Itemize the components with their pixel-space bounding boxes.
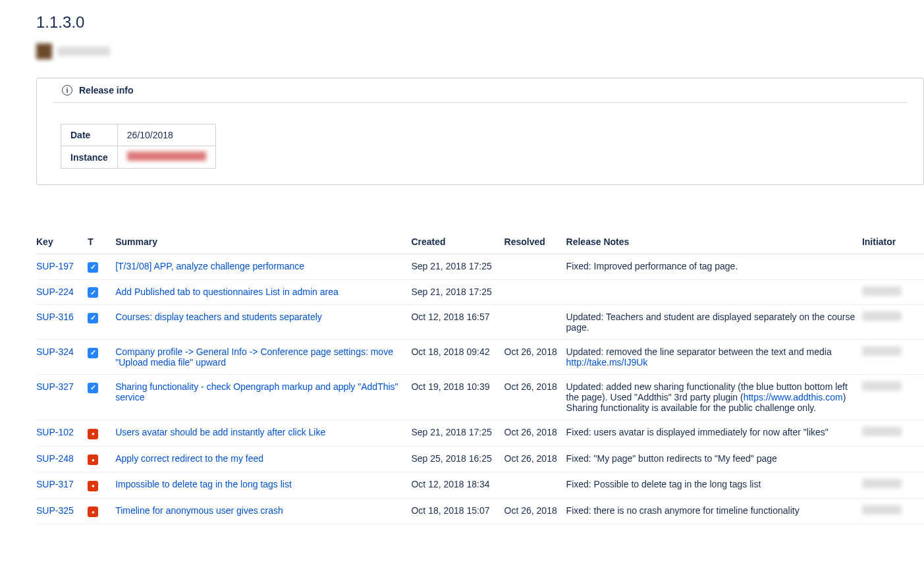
col-notes[interactable]: Release Notes [566,231,862,254]
table-row: SUP-325Timeline for anonymous user gives… [36,498,924,524]
issue-resolved: Oct 26, 2018 [504,420,566,447]
col-created[interactable]: Created [411,231,504,254]
avatar [36,43,52,59]
issue-release-notes [566,279,862,305]
table-row: SUP-316Courses: display teachers and stu… [36,305,924,340]
issue-created: Sep 21, 2018 17:25 [411,254,504,280]
issue-summary-link[interactable]: Timeline for anonymous user gives crash [115,505,283,516]
issue-release-notes: Updated: removed the line separator betw… [566,340,862,375]
col-type[interactable]: T [88,231,115,254]
issue-initiator [862,375,924,420]
issue-key-link[interactable]: SUP-324 [36,346,74,357]
info-date-label: Date [61,124,118,146]
issue-key-link[interactable]: SUP-102 [36,427,74,437]
issue-created: Oct 12, 2018 18:34 [411,472,504,499]
issue-initiator [862,279,924,305]
issue-initiator [862,340,924,375]
issue-release-notes: Fixed: users avatar is displayed immedia… [566,420,862,447]
issue-resolved [504,279,566,305]
issue-initiator [862,254,924,280]
release-info-table: Date 26/10/2018 Instance [61,124,216,169]
table-row: SUP-248Apply correct redirect to the my … [36,446,924,472]
info-instance-label: Instance [61,146,118,169]
issue-summary-link[interactable]: Add Published tab to questionnaires List… [115,287,339,297]
info-row-date: Date 26/10/2018 [61,124,216,146]
info-row-instance: Instance [61,146,216,169]
author-row [36,43,924,59]
panel-header: i Release info [53,78,908,103]
issue-key-link[interactable]: SUP-325 [36,505,74,516]
table-header-row: Key T Summary Created Resolved Release N… [36,231,924,254]
info-date-value: 26/10/2018 [117,124,215,146]
task-icon [88,313,98,323]
issue-summary-link[interactable]: Impossible to delete tag in the long tag… [115,479,292,489]
issue-key-link[interactable]: SUP-327 [36,381,74,392]
issue-release-notes: Updated: added new sharing functionality… [566,375,862,420]
release-info-panel: i Release info Date 26/10/2018 Instance [36,78,924,185]
issue-initiator [862,305,924,340]
issue-summary-link[interactable]: Company profile -> General Info -> Confe… [115,346,393,368]
info-instance-value [117,146,215,169]
table-row: SUP-102Users avatar should be add instan… [36,420,924,447]
table-row: SUP-327Sharing functionality - check Ope… [36,375,924,420]
issue-key-link[interactable]: SUP-197 [36,261,74,271]
issue-summary-link[interactable]: [T/31/08] APP, analyze challenge perform… [115,261,304,271]
task-icon [88,383,98,393]
issue-release-notes: Fixed: Improved performance of tag page. [566,254,862,280]
issue-resolved [504,472,566,499]
issue-created: Sep 21, 2018 17:25 [411,279,504,305]
panel-header-title: Release info [79,85,133,96]
issue-key-link[interactable]: SUP-317 [36,479,74,489]
issue-summary-link[interactable]: Sharing functionality - check Opengraph … [115,381,398,402]
table-row: SUP-197[T/31/08] APP, analyze challenge … [36,254,924,280]
issue-resolved: Oct 26, 2018 [504,340,566,375]
task-icon [88,287,98,298]
task-icon [88,262,98,273]
col-initiator[interactable]: Initiator [862,231,924,254]
issue-release-notes: Fixed: "My page" button redirects to "My… [566,446,862,472]
issues-table: Key T Summary Created Resolved Release N… [36,231,924,524]
issue-initiator [862,498,924,524]
issue-summary-link[interactable]: Users avatar should be add instantly aft… [115,427,325,437]
issue-release-notes: Updated: Teachers and student are displa… [566,305,862,340]
issue-resolved: Oct 26, 2018 [504,375,566,420]
issue-created: Oct 19, 2018 10:39 [411,375,504,420]
issue-resolved [504,305,566,340]
issue-created: Oct 12, 2018 16:57 [411,305,504,340]
task-icon [88,348,98,358]
issue-release-notes: Fixed: there is no crash anymore for tim… [566,498,862,524]
col-summary[interactable]: Summary [115,231,411,254]
issue-key-link[interactable]: SUP-248 [36,453,74,464]
bug-icon [88,507,98,517]
release-notes-link[interactable]: http://take.ms/IJ9Uk [566,357,648,368]
info-icon: i [62,85,72,96]
issue-created: Sep 25, 2018 16:25 [411,446,504,472]
page-title: 1.1.3.0 [36,13,924,32]
table-row: SUP-324Company profile -> General Info -… [36,340,924,375]
issue-created: Sep 21, 2018 17:25 [411,420,504,447]
bug-icon [88,455,98,465]
col-resolved[interactable]: Resolved [504,231,566,254]
table-row: SUP-224Add Published tab to questionnair… [36,279,924,305]
release-notes-link[interactable]: https://www.addthis.com [744,392,843,402]
issue-resolved [504,254,566,280]
author-name [57,47,110,56]
issue-key-link[interactable]: SUP-224 [36,287,74,297]
issue-resolved: Oct 26, 2018 [504,446,566,472]
issue-summary-link[interactable]: Courses: display teachers and students s… [115,312,322,322]
issue-initiator [862,472,924,499]
issue-summary-link[interactable]: Apply correct redirect to the my feed [115,453,263,464]
bug-icon [88,429,98,439]
col-key[interactable]: Key [36,231,88,254]
issue-resolved: Oct 26, 2018 [504,498,566,524]
issue-release-notes: Fixed: Possible to delete tag in the lon… [566,472,862,499]
issue-initiator [862,446,924,472]
issue-created: Oct 18, 2018 15:07 [411,498,504,524]
bug-icon [88,481,98,491]
issue-key-link[interactable]: SUP-316 [36,312,74,322]
issue-created: Oct 18, 2018 09:42 [411,340,504,375]
table-row: SUP-317Impossible to delete tag in the l… [36,472,924,499]
issue-initiator [862,420,924,447]
